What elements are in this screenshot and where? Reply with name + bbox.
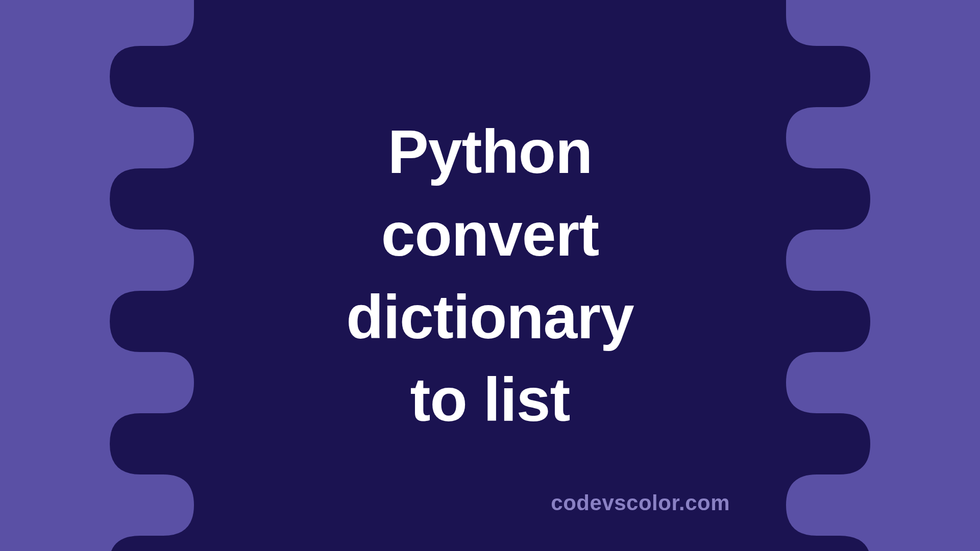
title-line-4: to list bbox=[410, 358, 570, 441]
main-title: Python convert dictionary to list bbox=[0, 0, 980, 551]
title-line-1: Python bbox=[388, 110, 593, 193]
title-line-3: dictionary bbox=[346, 276, 633, 358]
site-credit: codevscolor.com bbox=[551, 491, 730, 515]
title-line-2: convert bbox=[381, 193, 599, 276]
